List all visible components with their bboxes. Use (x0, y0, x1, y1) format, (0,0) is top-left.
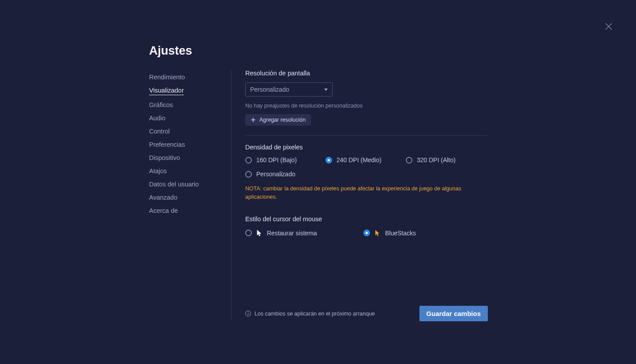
radio-icon (363, 230, 370, 236)
sidebar-item-acerca-de[interactable]: Acerca de (149, 204, 228, 217)
sidebar-item-datos-usuario[interactable]: Datos del usuario (149, 178, 228, 191)
radio-icon (245, 157, 252, 163)
footer: i Los cambios se aplicarán en el próximo… (245, 306, 488, 321)
sidebar-item-visualizador[interactable]: Visualizador (149, 84, 184, 95)
density-title: Densidad de pixeles (245, 144, 488, 151)
sidebar-item-audio[interactable]: Audio (149, 111, 228, 125)
sidebar-item-rendimiento[interactable]: Rendimiento (149, 71, 228, 84)
add-resolution-button[interactable]: Agregar resolución (245, 114, 311, 126)
density-option-custom[interactable]: Personalizado (245, 171, 325, 178)
settings-sidebar: Rendimiento Visualizador Gráficos Audio … (149, 71, 228, 217)
footer-note: i Los cambios se aplicarán en el próximo… (245, 311, 375, 317)
vertical-divider (231, 70, 232, 320)
cursor-option-system[interactable]: Restaurar sistema (245, 230, 363, 237)
cursor-option-bluestacks[interactable]: BlueStacks (363, 230, 416, 237)
sidebar-item-graficos[interactable]: Gráficos (149, 98, 228, 111)
sidebar-item-dispositivo[interactable]: Dispositivo (149, 151, 228, 164)
page-title: Ajustes (149, 44, 192, 58)
info-icon: i (245, 311, 251, 316)
sidebar-item-atajos[interactable]: Atajos (149, 164, 228, 178)
density-radio-group: 160 DPI (Bajo) 240 DPI (Medio) 320 DPI (… (245, 156, 488, 185)
add-resolution-label: Agregar resolución (259, 117, 306, 123)
cursor-radio-group: Restaurar sistema BlueStacks (245, 230, 488, 237)
resolution-select[interactable]: Personalizado (245, 82, 333, 97)
plus-icon (251, 117, 256, 123)
density-note: NOTA: cambiar la densidad de píxeles pue… (245, 185, 488, 201)
settings-content: Resolución de pantalla Personalizado No … (245, 70, 488, 237)
resolution-helper-text: No hay preajustes de resolución personal… (245, 103, 488, 109)
cursor-title: Estilo del cursor del mouse (245, 215, 488, 223)
cursor-option-label: Restaurar sistema (267, 230, 317, 237)
radio-icon (245, 230, 252, 236)
density-option-240[interactable]: 240 DPI (Medio) (325, 156, 406, 163)
footer-note-text: Los cambios se aplicarán en el próximo a… (254, 311, 375, 317)
density-option-160[interactable]: 160 DPI (Bajo) (245, 156, 325, 163)
radio-icon (245, 171, 252, 178)
radio-icon (406, 157, 412, 163)
close-icon (604, 22, 613, 31)
cursor-option-label: BlueStacks (385, 230, 416, 237)
density-option-label: 320 DPI (Alto) (417, 156, 456, 163)
density-option-label: 160 DPI (Bajo) (256, 156, 297, 163)
density-option-label: Personalizado (256, 171, 296, 178)
radio-icon (325, 157, 332, 163)
close-button[interactable] (604, 22, 613, 31)
sidebar-item-avanzado[interactable]: Avanzado (149, 191, 228, 204)
resolution-title: Resolución de pantalla (245, 70, 488, 77)
section-divider (245, 135, 488, 136)
sidebar-item-control[interactable]: Control (149, 125, 228, 138)
dropdown-caret-icon (324, 89, 328, 91)
sidebar-item-preferencias[interactable]: Preferencias (149, 138, 228, 151)
resolution-select-value: Personalizado (250, 86, 289, 93)
save-changes-button[interactable]: Guardar cambios (419, 306, 488, 321)
bluestacks-cursor-icon (374, 230, 381, 237)
density-option-label: 240 DPI (Medio) (337, 156, 382, 163)
density-option-320[interactable]: 320 DPI (Alto) (406, 156, 486, 163)
system-cursor-icon (256, 230, 262, 237)
